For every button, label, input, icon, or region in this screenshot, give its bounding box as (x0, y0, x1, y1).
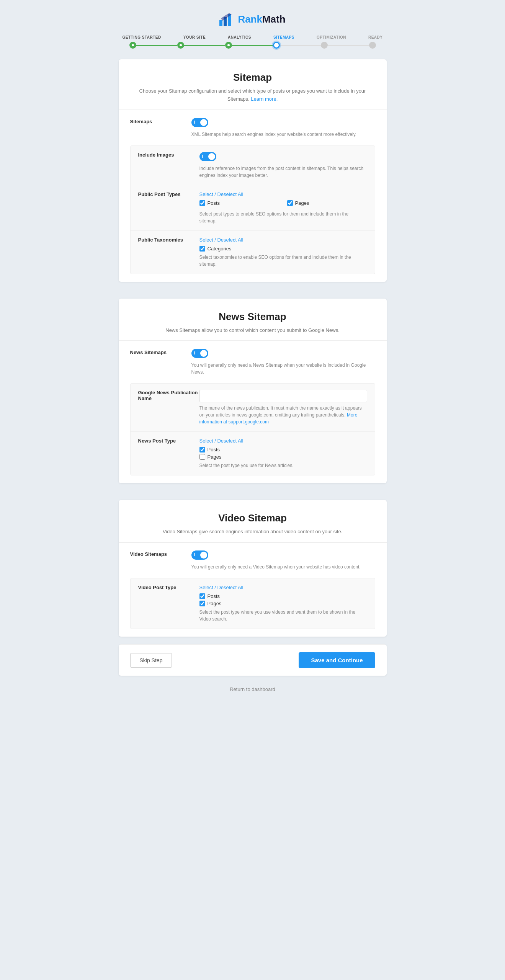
news-post-type-desc: Select the post type you use for News ar… (199, 462, 367, 469)
news-post-type-pages: Pages (199, 454, 367, 460)
section-gap-1 (119, 289, 387, 299)
sitemaps-label: Sitemaps (130, 118, 191, 124)
news-post-type-pages-label: Pages (208, 454, 222, 460)
post-types-pages-label: Pages (295, 200, 309, 206)
video-post-type-select-all[interactable]: Select / Deselect All (199, 585, 367, 590)
news-post-type-posts-checkbox[interactable] (199, 447, 205, 452)
sitemaps-content: I XML Sitemaps help search engines index… (191, 118, 375, 138)
bottom-actions: Skip Step Save and Continue (119, 644, 387, 676)
post-types-posts-checkbox[interactable] (199, 200, 205, 206)
sitemaps-desc: XML Sitemaps help search engines index y… (191, 131, 375, 138)
sitemap-section-title: Sitemap Choose your Sitemap configuratio… (119, 59, 387, 109)
news-sitemaps-desc: You will generally only need a News Site… (191, 362, 375, 376)
sitemap-card: Sitemap Choose your Sitemap configuratio… (119, 59, 387, 282)
section-gap-2 (119, 491, 387, 500)
pub-name-label: Google News Publication Name (138, 390, 199, 401)
progress-steps: GETTING STARTED YOUR SITE ANALYTICS SITE… (0, 35, 505, 59)
step-label-ready: READY (368, 35, 383, 39)
taxonomies-content: Select / Deselect All Categories Select … (199, 237, 367, 268)
video-post-type-desc: Select the post type where you use video… (199, 609, 367, 622)
step-label-analytics: ANALYTICS (228, 35, 251, 39)
news-sitemaps-toggle[interactable]: I (191, 349, 208, 358)
connector-1 (136, 45, 177, 46)
news-post-type-row: News Post Type Select / Deselect All Pos… (131, 431, 375, 475)
taxonomies-categories: Categories (199, 246, 367, 252)
return-dashboard-link[interactable]: Return to dashboard (230, 686, 275, 692)
post-types-posts-label: Posts (208, 200, 220, 206)
step-dot-analytics (225, 42, 232, 49)
step-label-getting-started: GETTING STARTED (123, 35, 161, 39)
news-post-type-select-all[interactable]: Select / Deselect All (199, 438, 367, 444)
connector-2 (184, 45, 225, 46)
video-post-type-row: Video Post Type Select / Deselect All Po… (131, 578, 375, 629)
rankmath-logo-icon (219, 12, 235, 26)
step-dot-sitemaps (273, 42, 280, 49)
sitemap-title: Sitemap (134, 72, 371, 83)
sitemaps-toggle[interactable]: I (191, 118, 208, 127)
logo-text: RankMath (238, 13, 285, 25)
public-post-types-row: Public Post Types Select / Deselect All … (131, 185, 375, 230)
step-ready: READY (368, 35, 383, 42)
video-sub-card: Video Post Type Select / Deselect All Po… (130, 578, 375, 629)
step-label-sitemaps: SITEMAPS (273, 35, 294, 39)
logo: RankMath (219, 12, 285, 26)
news-post-type-posts-label: Posts (208, 447, 220, 452)
pub-name-desc: The name of the news publication. It mus… (199, 405, 367, 425)
news-post-type-posts: Posts (199, 447, 367, 452)
connector-4 (280, 45, 321, 46)
step-label-optimization: OPTIMIZATION (317, 35, 346, 39)
connector-3 (232, 45, 273, 46)
news-sitemap-description: News Sitemaps allow you to control which… (134, 327, 371, 335)
video-sitemaps-content: I You will generally only need a Video S… (191, 550, 375, 570)
skip-step-button[interactable]: Skip Step (130, 653, 172, 668)
video-post-type-content: Select / Deselect All Posts Pages Select… (199, 585, 367, 622)
video-sitemaps-label: Video Sitemaps (130, 550, 191, 557)
video-post-type-pages: Pages (199, 601, 367, 606)
taxonomies-select-all[interactable]: Select / Deselect All (199, 237, 367, 243)
post-types-desc: Select post types to enable SEO options … (199, 211, 367, 224)
save-continue-button[interactable]: Save and Continue (299, 652, 375, 668)
include-images-row: Include Images I Include reference to im… (131, 146, 375, 185)
news-sitemap-card: News Sitemap News Sitemaps allow you to … (119, 299, 387, 483)
return-dashboard-container: Return to dashboard (119, 682, 387, 701)
video-sitemaps-desc: You will generally only need a Video Sit… (191, 564, 375, 570)
header: RankMath (0, 0, 505, 35)
video-sitemaps-toggle[interactable]: I (191, 550, 208, 560)
news-post-type-label: News Post Type (138, 438, 199, 444)
svg-rect-0 (219, 20, 222, 26)
post-types-pages: Pages (287, 200, 367, 206)
news-post-type-content: Select / Deselect All Posts Pages Select… (199, 438, 367, 469)
video-post-type-posts: Posts (199, 593, 367, 599)
sitemap-learn-more-link[interactable]: Learn more. (251, 96, 278, 102)
video-post-type-pages-label: Pages (208, 601, 222, 606)
sitemaps-toggle-row: Sitemaps I XML Sitemaps help search engi… (119, 110, 387, 145)
video-post-type-posts-checkbox[interactable] (199, 593, 205, 599)
video-sitemap-section-title: Video Sitemap Video Sitemaps give search… (119, 500, 387, 542)
news-sitemaps-toggle-row: News Sitemaps I You will generally only … (119, 341, 387, 383)
news-sitemaps-label: News Sitemaps (130, 349, 191, 355)
pub-name-row: Google News Publication Name The name of… (131, 384, 375, 431)
taxonomies-desc: Select taxonomies to enable SEO options … (199, 254, 367, 268)
video-sitemaps-toggle-row: Video Sitemaps I You will generally only… (119, 542, 387, 578)
include-images-label: Include Images (138, 152, 199, 158)
news-sitemap-title: News Sitemap (134, 311, 371, 323)
step-getting-started: GETTING STARTED (123, 35, 161, 42)
post-types-select-all[interactable]: Select / Deselect All (199, 191, 367, 197)
post-types-label: Public Post Types (138, 191, 199, 197)
news-sub-card: Google News Publication Name The name of… (130, 383, 375, 475)
taxonomies-categories-checkbox[interactable] (199, 246, 205, 252)
post-types-posts: Posts (199, 200, 279, 206)
post-types-pages-checkbox[interactable] (287, 200, 293, 206)
public-taxonomies-row: Public Taxonomies Select / Deselect All … (131, 230, 375, 274)
video-post-type-pages-checkbox[interactable] (199, 601, 205, 606)
news-post-type-pages-checkbox[interactable] (199, 454, 205, 460)
include-images-toggle[interactable]: I (199, 152, 216, 161)
taxonomies-categories-label: Categories (208, 246, 232, 252)
pub-name-input[interactable] (199, 390, 367, 402)
step-your-site: YOUR SITE (183, 35, 206, 42)
steps-labels-row: GETTING STARTED YOUR SITE ANALYTICS SITE… (123, 35, 383, 42)
video-sitemap-card: Video Sitemap Video Sitemaps give search… (119, 500, 387, 637)
video-post-type-label: Video Post Type (138, 585, 199, 590)
post-types-content: Select / Deselect All Posts Pages Se (199, 191, 367, 224)
step-optimization: OPTIMIZATION (317, 35, 346, 42)
